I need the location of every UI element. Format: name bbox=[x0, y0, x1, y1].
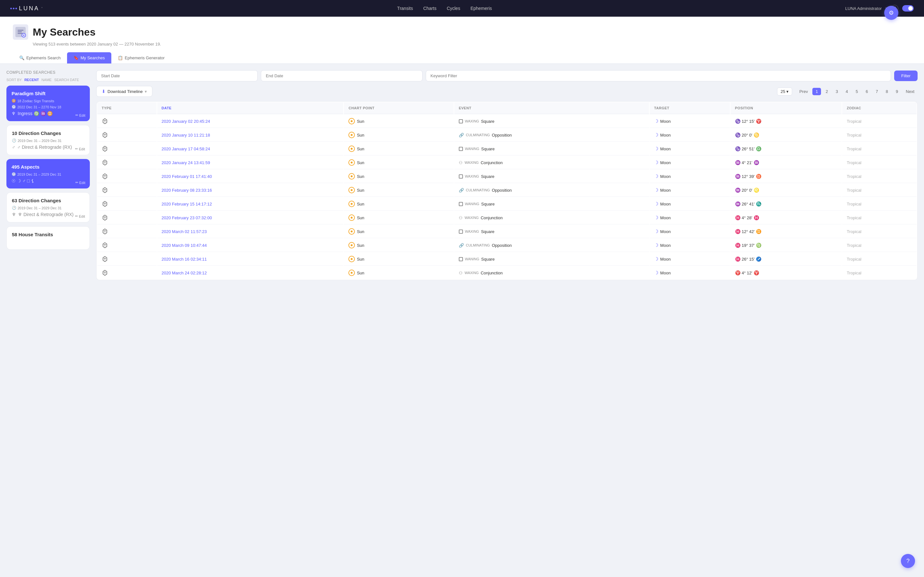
card-direction-63-meta: 🕐 2019 Dec 31 – 2029 Dec 31 bbox=[12, 206, 84, 210]
target-cell: ☽ Moon bbox=[654, 160, 725, 165]
date-link[interactable]: 2020 March 24 02:28:12 bbox=[162, 271, 207, 276]
page-6-button[interactable]: 6 bbox=[863, 88, 871, 95]
date-link[interactable]: 2020 March 09 10:47:44 bbox=[162, 243, 207, 248]
page-4-button[interactable]: 4 bbox=[843, 88, 851, 95]
event-qualifier: WAXING bbox=[465, 161, 479, 164]
page-9-button[interactable]: 9 bbox=[893, 88, 901, 95]
position-degrees: 26° 51' bbox=[742, 147, 754, 151]
page-8-button[interactable]: 8 bbox=[883, 88, 891, 95]
position-degrees: 12° 15' bbox=[742, 119, 754, 124]
nav-cycles[interactable]: Cycles bbox=[447, 6, 460, 11]
svg-rect-0 bbox=[18, 30, 23, 31]
card-direction-10-title: 10 Direction Changes bbox=[12, 131, 84, 136]
theme-toggle[interactable] bbox=[902, 5, 914, 11]
event-cell: ⚇ WAXING Conjunction bbox=[459, 271, 645, 276]
card-direction-10[interactable]: 10 Direction Changes 🕐 2019 Dec 31 – 202… bbox=[6, 125, 90, 155]
page-subtitle: Viewing 513 events between 2020 January … bbox=[33, 42, 911, 47]
next-button[interactable]: Next bbox=[903, 88, 918, 95]
psi-icon: ♆ bbox=[11, 111, 16, 116]
nav-user[interactable]: LUNA Administrator bbox=[845, 6, 882, 11]
sub-text: Ingress ♍ ♒ ♊ bbox=[18, 111, 53, 116]
nav-right: LUNA Administrator ▾ ? bbox=[845, 5, 914, 12]
date-link[interactable]: 2020 January 02 20:45:24 bbox=[162, 119, 210, 124]
cell-position: ♓ 12° 42' ♊ bbox=[730, 225, 842, 238]
navigation: LUNA ° Transits Charts Cycles Ephemeris … bbox=[0, 0, 924, 17]
start-date-input[interactable] bbox=[96, 70, 258, 81]
square-icon bbox=[459, 119, 463, 123]
card-direction-63[interactable]: 63 Direction Changes 🕐 2019 Dec 31 – 202… bbox=[6, 192, 90, 222]
card-paradigm-shift-title: Paradigm Shift bbox=[11, 91, 85, 96]
page-3-button[interactable]: 3 bbox=[833, 88, 841, 95]
page-size-caret: ▾ bbox=[787, 89, 788, 94]
target-cell: ☽ Moon bbox=[654, 132, 725, 138]
card-aspects-495-edit[interactable]: ✏ Edit bbox=[75, 181, 86, 185]
event-qualifier: WAXING bbox=[465, 271, 479, 275]
end-date-input[interactable] bbox=[261, 70, 422, 81]
cell-target: ☽ Moon bbox=[650, 253, 730, 266]
nav-ephemeris[interactable]: Ephemeris bbox=[470, 6, 492, 11]
page-title-row: My Searches bbox=[13, 24, 911, 40]
cell-type bbox=[97, 142, 157, 155]
tabs-bar: 🔍 Ephemeris Search 🔖 My Searches 📋 Ephem… bbox=[13, 52, 911, 63]
sort-recent[interactable]: RECENT bbox=[24, 78, 39, 82]
chart-point-label: Sun bbox=[357, 271, 364, 276]
cell-date: 2020 March 16 02:34:11 bbox=[157, 253, 344, 266]
filter-button[interactable]: Filter bbox=[894, 71, 918, 81]
page-size-selector[interactable]: 25 ▾ bbox=[777, 87, 792, 95]
page-header: My Searches Viewing 513 events between 2… bbox=[0, 17, 924, 64]
tab-ephemeris-generator[interactable]: 📋 Ephemeris Generator bbox=[111, 52, 171, 63]
page-2-button[interactable]: 2 bbox=[822, 88, 831, 95]
page-5-button[interactable]: 5 bbox=[853, 88, 861, 95]
page-1-button[interactable]: 1 bbox=[813, 88, 821, 95]
event-cell: WAXING Square bbox=[459, 119, 645, 124]
card-paradigm-shift-edit[interactable]: ✏ Edit bbox=[75, 113, 86, 117]
keyword-filter-input[interactable] bbox=[426, 70, 891, 81]
position-zodiac2: ♍ bbox=[756, 243, 761, 248]
position-degrees: 4° 12' bbox=[742, 271, 752, 276]
event-qualifier: CULMINATING bbox=[466, 243, 490, 247]
date-link[interactable]: 2020 January 17 04:58:24 bbox=[162, 147, 210, 151]
sun-dot bbox=[351, 189, 352, 191]
date-link[interactable]: 2020 February 15 14:17:12 bbox=[162, 201, 212, 206]
table-head: TYPE DATE CHART POINT EVENT TARGET POSIT… bbox=[97, 102, 917, 114]
card-paradigm-shift-icons: ♆ Ingress ♍ ♒ ♊ bbox=[11, 111, 85, 116]
page-7-button[interactable]: 7 bbox=[873, 88, 881, 95]
cell-target: ☽ Moon bbox=[650, 129, 730, 142]
card-paradigm-shift[interactable]: Paradigm Shift ♊ 18 Zodiac Sign Transits… bbox=[6, 85, 90, 121]
nav-transits[interactable]: Transits bbox=[397, 6, 413, 11]
card-house-58[interactable]: 58 House Transits bbox=[6, 226, 90, 250]
ephemeris-search-icon: 🔍 bbox=[19, 55, 24, 60]
table-row: 2020 February 01 17:41:40 Sun WAXING Squ… bbox=[97, 170, 917, 183]
nav-charts[interactable]: Charts bbox=[423, 6, 436, 11]
target-label: Moon bbox=[660, 243, 671, 248]
date-link[interactable]: 2020 February 01 17:41:40 bbox=[162, 174, 212, 179]
cell-event: WANING Square bbox=[454, 142, 649, 155]
card-direction-10-edit[interactable]: ✏ Edit bbox=[75, 147, 85, 151]
transit-icon bbox=[102, 187, 107, 193]
card-aspects-495[interactable]: 495 Aspects 🕐 2019 Dec 31 – 2029 Dec 31 … bbox=[6, 159, 90, 189]
type-icon bbox=[102, 132, 108, 138]
sort-date[interactable]: SEARCH DATE bbox=[54, 78, 79, 82]
position-degrees: 19° 37' bbox=[742, 243, 754, 248]
date-link[interactable]: 2020 January 24 13:41:59 bbox=[162, 160, 210, 165]
download-timeline-button[interactable]: ⬇ Download Timeline ▾ bbox=[96, 86, 152, 97]
position-zodiac2: ♋ bbox=[754, 132, 759, 137]
card-direction-63-edit[interactable]: ✏ Edit bbox=[75, 214, 85, 218]
filter-row: Filter bbox=[96, 70, 918, 81]
tab-ephemeris-search[interactable]: 🔍 Ephemeris Search bbox=[13, 52, 67, 63]
date-link[interactable]: 2020 January 10 11:21:18 bbox=[162, 133, 210, 137]
date-link[interactable]: 2020 February 08 23:33:16 bbox=[162, 188, 212, 193]
date-link[interactable]: 2020 February 23 07:32:00 bbox=[162, 215, 212, 220]
date-link[interactable]: 2020 March 16 02:34:11 bbox=[162, 257, 207, 261]
right-panel: Filter ⬇ Download Timeline ▾ 25 ▾ Prev 1… bbox=[96, 70, 918, 280]
cell-event: 🔗 CULMINATING Opposition bbox=[454, 129, 649, 142]
sort-name[interactable]: NAME bbox=[41, 78, 52, 82]
prev-button[interactable]: Prev bbox=[796, 88, 811, 95]
settings-fab[interactable]: ⚙ bbox=[884, 6, 898, 20]
tab-my-searches[interactable]: 🔖 My Searches bbox=[67, 52, 111, 63]
event-cell: ⚇ WAXING Conjunction bbox=[459, 160, 645, 165]
date-link[interactable]: 2020 March 02 11:57:23 bbox=[162, 229, 207, 234]
data-table: TYPE DATE CHART POINT EVENT TARGET POSIT… bbox=[96, 101, 918, 280]
table-row: 2020 February 23 07:32:00 Sun ⚇ WAXING C… bbox=[97, 211, 917, 224]
position-zodiac1: ♒ bbox=[735, 201, 740, 206]
